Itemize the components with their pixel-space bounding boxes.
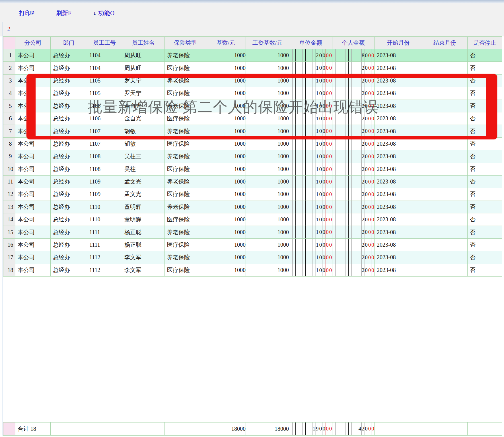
cell-company[interactable]: 本公司	[15, 238, 51, 251]
cell-salary-base[interactable]: 1000	[246, 213, 289, 226]
cell-personal-amount[interactable]: 2000	[332, 264, 375, 276]
cell-employee-id[interactable]: 1111	[87, 238, 122, 251]
table-row-2[interactable]: 2本公司总经办1104周从旺医疗保险100010001000020002023-…	[3, 62, 502, 74]
cell-stopped[interactable]: 否	[468, 175, 502, 188]
cell-end-month[interactable]	[422, 175, 468, 188]
cell-insurance-type[interactable]: 养老保险	[165, 49, 206, 62]
table-row-12[interactable]: 12本公司总经办1109孟文光医疗保险100010001000020002023…	[3, 188, 502, 201]
cell-insurance-type[interactable]: 医疗保险	[165, 163, 206, 175]
cell-personal-amount[interactable]: 2000	[332, 188, 375, 201]
row-number-cell[interactable]: 4	[3, 87, 15, 100]
cell-employee-name[interactable]: 孟文光	[122, 175, 165, 188]
cell-company[interactable]: 本公司	[15, 163, 51, 175]
cell-employee-id[interactable]: 1104	[87, 62, 122, 74]
cell-unit-amount[interactable]: 10000	[289, 188, 332, 201]
cell-company[interactable]: 本公司	[15, 188, 51, 201]
cell-company[interactable]: 本公司	[15, 49, 51, 62]
cell-salary-base[interactable]: 1000	[246, 251, 289, 264]
row-number-cell[interactable]: 5	[3, 100, 15, 112]
table-row-13[interactable]: 13本公司总经办1110童明辉养老保险100010001000020002023…	[3, 201, 502, 213]
table-row-16[interactable]: 16本公司总经办1111杨正聪医疗保险100010001000020002023…	[3, 238, 502, 251]
cell-insurance-type[interactable]: 养老保险	[165, 175, 206, 188]
cell-company[interactable]: 本公司	[15, 213, 51, 226]
cell-unit-amount[interactable]: 20000	[289, 49, 332, 62]
cell-unit-amount[interactable]: 10000	[289, 226, 332, 238]
cell-department[interactable]: 总经办	[51, 49, 87, 62]
cell-base[interactable]: 1000	[206, 62, 246, 74]
table-row-11[interactable]: 11本公司总经办1109孟文光养老保险100010001000020002023…	[3, 175, 502, 188]
cell-personal-amount[interactable]: 2000	[332, 201, 375, 213]
cell-start-month[interactable]: 2023-08	[375, 49, 422, 62]
cell-end-month[interactable]	[422, 226, 468, 238]
cell-department[interactable]: 总经办	[51, 238, 87, 251]
menu-item-f[interactable]: 刷新F	[56, 9, 71, 18]
cell-employee-name[interactable]: 周从旺	[122, 49, 165, 62]
cell-stopped[interactable]: 否	[468, 213, 502, 226]
cell-end-month[interactable]	[422, 49, 468, 62]
cell-base[interactable]: 1000	[206, 150, 246, 163]
cell-department[interactable]: 总经办	[51, 213, 87, 226]
row-number-cell[interactable]: 1	[3, 49, 15, 62]
cell-start-month[interactable]: 2023-08	[375, 264, 422, 276]
cell-stopped[interactable]: 否	[468, 238, 502, 251]
cell-stopped[interactable]: 否	[468, 188, 502, 201]
cell-insurance-type[interactable]: 医疗保险	[165, 62, 206, 74]
cell-employee-name[interactable]: 李文军	[122, 251, 165, 264]
cell-department[interactable]: 总经办	[51, 264, 87, 276]
table-row-17[interactable]: 17本公司总经办1112李文军养老保险100010001000020002023…	[3, 251, 502, 264]
cell-end-month[interactable]	[422, 163, 468, 175]
cell-insurance-type[interactable]: 养老保险	[165, 226, 206, 238]
cell-personal-amount[interactable]: 2000	[332, 62, 375, 74]
cell-unit-amount[interactable]: 10000	[289, 62, 332, 74]
row-number-cell[interactable]: 7	[3, 125, 15, 137]
cell-employee-id[interactable]: 1110	[87, 213, 122, 226]
cell-salary-base[interactable]: 1000	[246, 264, 289, 276]
cell-base[interactable]: 1000	[206, 226, 246, 238]
row-number-cell[interactable]: 12	[3, 188, 15, 201]
row-number-cell[interactable]: 13	[3, 201, 15, 213]
cell-unit-amount[interactable]: 10000	[289, 150, 332, 163]
cell-personal-amount[interactable]: 2000	[332, 213, 375, 226]
cell-company[interactable]: 本公司	[15, 251, 51, 264]
cell-insurance-type[interactable]: 养老保险	[165, 150, 206, 163]
cell-insurance-type[interactable]: 医疗保险	[165, 238, 206, 251]
table-row-14[interactable]: 14本公司总经办1110童明辉医疗保险100010001000020002023…	[3, 213, 502, 226]
cell-department[interactable]: 总经办	[51, 175, 87, 188]
cell-salary-base[interactable]: 1000	[246, 201, 289, 213]
cell-unit-amount[interactable]: 10000	[289, 213, 332, 226]
cell-base[interactable]: 1000	[206, 213, 246, 226]
cell-unit-amount[interactable]: 10000	[289, 238, 332, 251]
cell-employee-id[interactable]: 1108	[87, 150, 122, 163]
table-row-18[interactable]: 18本公司总经办1112李文军医疗保险100010001000020002023…	[3, 264, 502, 276]
row-number-cell[interactable]: 8	[3, 137, 15, 150]
cell-stopped[interactable]: 否	[468, 150, 502, 163]
row-number-cell[interactable]: 3	[3, 74, 15, 87]
cell-end-month[interactable]	[422, 150, 468, 163]
cell-start-month[interactable]: 2023-08	[375, 251, 422, 264]
cell-start-month[interactable]: 2023-08	[375, 213, 422, 226]
cell-start-month[interactable]: 2023-08	[375, 238, 422, 251]
cell-start-month[interactable]: 2023-08	[375, 201, 422, 213]
cell-start-month[interactable]: 2023-08	[375, 62, 422, 74]
cell-employee-name[interactable]: 孟文光	[122, 188, 165, 201]
cell-end-month[interactable]	[422, 264, 468, 276]
cell-company[interactable]: 本公司	[15, 264, 51, 276]
cell-base[interactable]: 1000	[206, 188, 246, 201]
row-number-cell[interactable]: 11	[3, 175, 15, 188]
cell-personal-amount[interactable]: 2000	[332, 175, 375, 188]
cell-employee-id[interactable]: 1110	[87, 201, 122, 213]
cell-employee-id[interactable]: 1112	[87, 251, 122, 264]
cell-end-month[interactable]	[422, 251, 468, 264]
cell-insurance-type[interactable]: 医疗保险	[165, 213, 206, 226]
cell-company[interactable]: 本公司	[15, 150, 51, 163]
row-number-cell[interactable]: 17	[3, 251, 15, 264]
cell-department[interactable]: 总经办	[51, 150, 87, 163]
cell-employee-name[interactable]: 杨正聪	[122, 238, 165, 251]
cell-start-month[interactable]: 2023-08	[375, 226, 422, 238]
cell-personal-amount[interactable]: 2000	[332, 238, 375, 251]
cell-stopped[interactable]: 否	[468, 62, 502, 74]
cell-insurance-type[interactable]: 医疗保险	[165, 188, 206, 201]
cell-personal-amount[interactable]: 2000	[332, 150, 375, 163]
cell-company[interactable]: 本公司	[15, 201, 51, 213]
cell-end-month[interactable]	[422, 201, 468, 213]
